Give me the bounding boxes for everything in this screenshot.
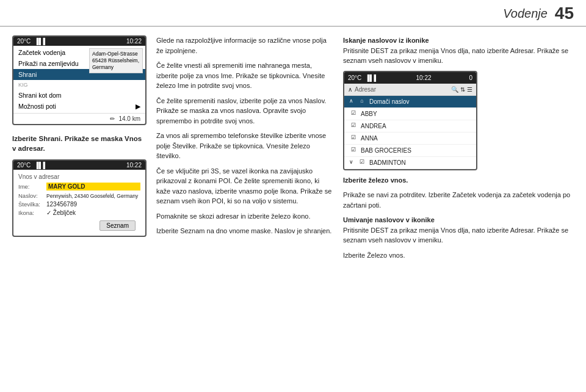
distance-bar: ✏ 14.0 km bbox=[13, 113, 145, 124]
addr-item-badminton[interactable]: ∨ ☑ BADMINTON bbox=[344, 157, 476, 169]
mid-para-5: Če se vključite pri 3S, se vazel ikonka … bbox=[156, 166, 333, 206]
addr-label-badminton: BADMINTON bbox=[369, 158, 406, 167]
btn-seznam-container: Seznam bbox=[18, 218, 140, 232]
right-mockup-wrapper: 20°C ▐▌▌ 10:22 0 ∧ Adresar 🔍 ⇅ ☰ bbox=[343, 71, 574, 170]
signal-3: ▐▌▌ bbox=[365, 73, 378, 82]
addr-item-groceries[interactable]: ☑ BAB GROCERIES bbox=[344, 145, 476, 157]
address-street: Adam-Opel-Strasse bbox=[92, 51, 140, 57]
status-bar-1: 20°C ▐▌▌ 10:22 bbox=[13, 37, 145, 46]
right-column: Iskanje naslovov iz ikonike Pritisnite D… bbox=[343, 35, 574, 387]
page-number: 45 bbox=[555, 4, 574, 23]
time-1: 10:22 bbox=[126, 38, 142, 45]
addr-label-groceries: BAB GROCERIES bbox=[361, 146, 411, 155]
mid-para-7: Izberite Seznam na dno vnome maske. Nasl… bbox=[156, 226, 333, 236]
addr-item-anna[interactable]: ☑ ANNA bbox=[344, 132, 476, 145]
signal-2: ▐▌▌ bbox=[34, 162, 47, 169]
addr-item-andrea[interactable]: ☑ ANDREA bbox=[344, 120, 476, 132]
mid-para-4: Za vnos ali spremembo telefonske številk… bbox=[156, 131, 333, 161]
label-naslov: Naslov: bbox=[18, 192, 46, 199]
addr-label-anna: ANNA bbox=[361, 134, 378, 143]
temperature-2: 20°C bbox=[17, 162, 31, 169]
temperature-3: 20°C bbox=[348, 73, 361, 82]
form-row-naslov: Naslov: Pennywish, 24340 Goosefeld, Germ… bbox=[18, 192, 140, 199]
mockup1-body: Adam-Opel-Strasse 65428 Rüsselsheim, Ger… bbox=[13, 47, 145, 124]
addr-label-abby: ABBY bbox=[361, 109, 377, 118]
mockup-2: 20°C ▐▌▌ 10:22 Vnos v adresar Ime: MARY … bbox=[12, 159, 146, 237]
address-box: Adam-Opel-Strasse 65428 Rüsselsheim, Ger… bbox=[89, 48, 143, 73]
form-title: Vnos v adresar bbox=[18, 173, 140, 180]
addr-list: ∧ ⌂ Domači naslov ☑ ABBY ☑ ANDREA ☑ AN bbox=[344, 96, 476, 169]
label-ikona: Ikona: bbox=[18, 209, 46, 216]
seznam-button[interactable]: Seznam bbox=[99, 220, 136, 231]
search-icon[interactable]: 🔍 bbox=[451, 85, 458, 94]
zero-icon: 0 bbox=[469, 73, 472, 82]
status-bar-3: 20°C ▐▌▌ 10:22 0 bbox=[344, 72, 476, 84]
mockup2-body: Vnos v adresar Ime: MARY GOLD Naslov: Pe… bbox=[13, 170, 145, 236]
home-icon: ⌂ bbox=[358, 97, 366, 106]
check-icon-anna: ☑ bbox=[349, 134, 358, 142]
right-section3: Umivanje naslovov v ikonike Pritisnite D… bbox=[343, 215, 574, 245]
address-city: 65428 Rüsselsheim, Germany bbox=[92, 57, 140, 71]
mid-para-3: Če želite spremeniti naslov, izberite po… bbox=[156, 96, 333, 126]
addr-item-abby[interactable]: ☑ ABBY bbox=[344, 108, 476, 120]
right-section2-detail: Prikaže se navi za potrditev. Izberite Z… bbox=[343, 190, 574, 210]
form-row-name: Ime: MARY GOLD bbox=[18, 183, 140, 191]
caption-1: Izberite Shrani. Prikaže se maska Vnos v… bbox=[12, 134, 146, 153]
value-ime[interactable]: MARY GOLD bbox=[46, 183, 140, 191]
page-title-area: Vodenje 45 bbox=[503, 4, 574, 23]
arrow-right-icon: ▶ bbox=[136, 103, 140, 110]
value-stevilka: 123456789 bbox=[46, 201, 140, 208]
mid-para-2: Če želite vnesti ali spremeniti ime nahr… bbox=[156, 60, 333, 91]
pencil-icon: ✏ bbox=[110, 115, 115, 122]
middle-column: Glede na razpoložljive informacije so ra… bbox=[156, 35, 333, 387]
time-2: 10:22 bbox=[126, 162, 142, 169]
section3-title: Umivanje naslovov v ikonike bbox=[343, 216, 435, 223]
right-section1-title: Iskanje naslovov iz ikonike Pritisnite D… bbox=[343, 35, 574, 66]
form-row-stevilka: Številka: 123456789 bbox=[18, 201, 140, 208]
section1-title-text: Iskanje naslovov iz ikonike bbox=[343, 37, 429, 44]
check-icon-badminton: ☑ bbox=[358, 158, 366, 167]
mid-para-1: Glede na razpoložljive informacije so ra… bbox=[156, 35, 333, 56]
addr-header: ∧ Adresar 🔍 ⇅ ☰ bbox=[344, 84, 476, 96]
menu-item-kig: KIG bbox=[13, 80, 145, 90]
label-stevilka: Številka: bbox=[18, 201, 46, 208]
expand-up-icon: ∧ bbox=[348, 85, 352, 94]
main-content: 20°C ▐▌▌ 10:22 Adam-Opel-Strasse 65428 R… bbox=[0, 27, 586, 392]
page-title: Vodenje bbox=[503, 7, 548, 21]
left-column: 20°C ▐▌▌ 10:22 Adam-Opel-Strasse 65428 R… bbox=[12, 35, 146, 387]
mid-para-6: Pomaknite se skozi adresar in izberite ž… bbox=[156, 211, 333, 222]
right-section3-end: Izberite Železo vnos. bbox=[343, 250, 574, 261]
menu-icon[interactable]: ☰ bbox=[467, 85, 472, 94]
check-icon-abby: ☑ bbox=[349, 109, 358, 118]
time-3: 10:22 bbox=[416, 73, 432, 82]
menu-item-moznosti[interactable]: Možnosti poti ▶ bbox=[13, 101, 145, 112]
right-section2: Izberite železo vnos. bbox=[343, 175, 574, 186]
expand-icon-badminton: ∨ bbox=[349, 158, 353, 167]
value-ikona: ✓ Žebljček bbox=[46, 209, 140, 216]
section3-text: Pritisnite DEST za prikaz menija Vnos dl… bbox=[343, 227, 568, 244]
section2-text: Izberite železo vnos. bbox=[343, 176, 408, 184]
value-naslov: Pennywish, 24340 Goosefeld, Germany bbox=[46, 193, 140, 199]
label-ime: Ime: bbox=[18, 183, 46, 190]
addr-item-domaci[interactable]: ∧ ⌂ Domači naslov bbox=[344, 96, 476, 108]
menu-item-dom[interactable]: Shrani kot dom bbox=[13, 90, 145, 101]
status-bar-2: 20°C ▐▌▌ 10:22 bbox=[13, 161, 145, 170]
mockup-1: 20°C ▐▌▌ 10:22 Adam-Opel-Strasse 65428 R… bbox=[12, 35, 146, 125]
mockup-3: 20°C ▐▌▌ 10:22 0 ∧ Adresar 🔍 ⇅ ☰ bbox=[343, 71, 477, 170]
addr-header-label: Adresar bbox=[355, 85, 376, 94]
sort-icon[interactable]: ⇅ bbox=[460, 85, 465, 94]
check-icon-andrea: ☑ bbox=[349, 122, 358, 130]
check-icon-groceries: ☑ bbox=[349, 146, 358, 154]
expand-icon-domaci: ∧ bbox=[349, 97, 353, 106]
signal-1: ▐▌▌ bbox=[34, 38, 47, 45]
page-header: Vodenje 45 bbox=[0, 0, 586, 26]
temperature-1: 20°C bbox=[17, 38, 31, 45]
distance-value: 14.0 km bbox=[118, 115, 140, 122]
addr-label-andrea: ANDREA bbox=[361, 122, 386, 131]
form-row-ikona: Ikona: ✓ Žebljček bbox=[18, 209, 140, 216]
section1-intro-text: Pritisnite DEST za prikaz menija Vnos dl… bbox=[343, 47, 568, 65]
addr-label-domaci: Domači naslov bbox=[369, 97, 410, 106]
